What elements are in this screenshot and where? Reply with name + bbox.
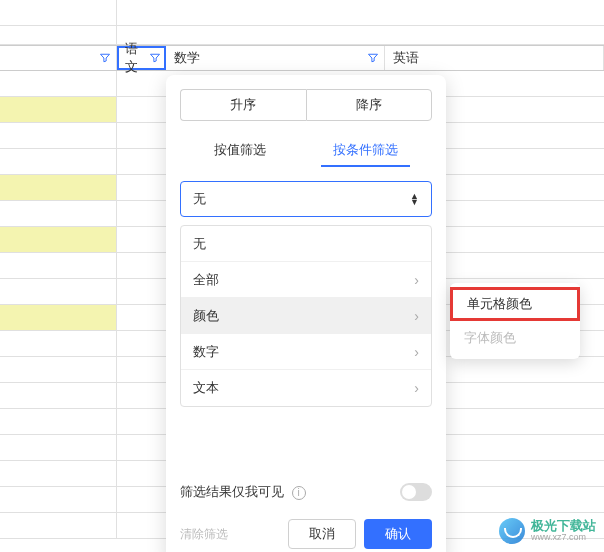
sort-buttons: 升序 降序 <box>180 89 432 121</box>
confirm-label: 确认 <box>385 525 411 543</box>
column-header-chinese[interactable]: 语文 <box>117 46 166 70</box>
column-header-english[interactable]: 英语 <box>385 46 604 70</box>
tab-filter-by-condition[interactable]: 按条件筛选 <box>321 135 410 167</box>
watermark-text: 极光下载站 www.xz7.com <box>531 519 596 543</box>
chevron-right-icon: › <box>414 308 419 324</box>
option-color[interactable]: 颜色 › <box>181 298 431 334</box>
confirm-button[interactable]: 确认 <box>364 519 432 549</box>
condition-options: 无 全部 › 颜色 › 数字 › 文本 › <box>180 225 432 407</box>
submenu-label: 字体颜色 <box>464 329 516 347</box>
filter-icon[interactable] <box>98 51 112 65</box>
tab-filter-by-value[interactable]: 按值筛选 <box>202 135 278 167</box>
option-label: 数字 <box>193 343 219 361</box>
chevron-right-icon: › <box>414 344 419 360</box>
option-label: 全部 <box>193 271 219 289</box>
select-arrows-icon: ▲▼ <box>410 193 419 205</box>
submenu-font-color: 字体颜色 <box>450 321 580 355</box>
option-none[interactable]: 无 <box>181 226 431 262</box>
column-header-blank[interactable] <box>0 46 117 70</box>
visible-only-row: 筛选结果仅我可见 i <box>180 477 432 507</box>
sort-asc-label: 升序 <box>230 96 256 114</box>
chevron-right-icon: › <box>414 380 419 396</box>
submenu-label: 单元格颜色 <box>467 295 532 313</box>
column-header-math[interactable]: 数学 <box>166 46 385 70</box>
filter-icon[interactable] <box>366 51 380 65</box>
filter-panel: 升序 降序 按值筛选 按条件筛选 无 ▲▼ 无 全部 › 颜色 › 数字 › 文… <box>166 75 446 552</box>
tab-label: 按值筛选 <box>214 142 266 157</box>
option-label: 文本 <box>193 379 219 397</box>
watermark-name: 极光下载站 <box>531 519 596 533</box>
option-label: 无 <box>193 235 206 253</box>
option-label: 颜色 <box>193 307 219 325</box>
option-text[interactable]: 文本 › <box>181 370 431 406</box>
watermark-logo-icon <box>499 518 525 544</box>
condition-select[interactable]: 无 ▲▼ <box>180 181 432 217</box>
tab-label: 按条件筛选 <box>333 142 398 157</box>
submenu-cell-color[interactable]: 单元格颜色 <box>450 287 580 321</box>
action-row: 清除筛选 取消 确认 <box>180 519 432 549</box>
filter-tabs: 按值筛选 按条件筛选 <box>180 135 432 167</box>
sort-asc-button[interactable]: 升序 <box>180 89 306 121</box>
option-number[interactable]: 数字 › <box>181 334 431 370</box>
watermark: 极光下载站 www.xz7.com <box>499 518 596 544</box>
color-submenu: 单元格颜色 字体颜色 <box>450 283 580 359</box>
column-label: 英语 <box>393 49 419 67</box>
cancel-label: 取消 <box>309 525 335 543</box>
option-all[interactable]: 全部 › <box>181 262 431 298</box>
column-header-row: 语文 数学 英语 <box>0 45 604 71</box>
visible-only-text: 筛选结果仅我可见 <box>180 484 284 499</box>
button-group: 取消 确认 <box>288 519 432 549</box>
panel-footer: 筛选结果仅我可见 i 清除筛选 取消 确认 <box>180 477 432 549</box>
filter-icon[interactable] <box>148 51 161 65</box>
chevron-right-icon: › <box>414 272 419 288</box>
sort-desc-label: 降序 <box>356 96 382 114</box>
cancel-button[interactable]: 取消 <box>288 519 356 549</box>
visible-only-label: 筛选结果仅我可见 i <box>180 483 306 501</box>
visible-only-toggle[interactable] <box>400 483 432 501</box>
sort-desc-button[interactable]: 降序 <box>306 89 433 121</box>
watermark-url: www.xz7.com <box>531 533 596 543</box>
info-icon[interactable]: i <box>292 486 306 500</box>
column-label: 数学 <box>174 49 200 67</box>
column-label: 语文 <box>125 40 148 76</box>
clear-filter-link[interactable]: 清除筛选 <box>180 526 228 543</box>
select-value: 无 <box>193 190 206 208</box>
